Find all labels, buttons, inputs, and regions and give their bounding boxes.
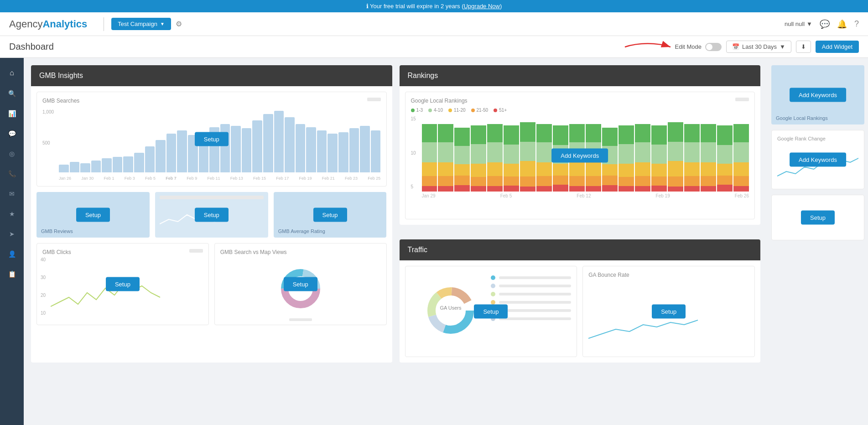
rp-rank-change-button[interactable]: Add Keywords: [790, 153, 846, 167]
x-label-feb25: Feb 25: [368, 176, 380, 181]
sidebar-item-home[interactable]: ⌂: [0, 62, 24, 83]
x-label-feb11: Feb 11: [207, 176, 220, 181]
y-label-500: 500: [42, 140, 59, 145]
ga-users-setup-button[interactable]: Setup: [474, 305, 508, 319]
ga-bounce-setup-button[interactable]: Setup: [652, 305, 686, 319]
sbar-6: [504, 125, 519, 192]
x-label-feb1: Feb 1: [104, 176, 114, 181]
legend-4-10: 4-10: [428, 108, 443, 113]
sidebar-item-favorites[interactable]: ★: [0, 204, 24, 224]
bar-28: [349, 128, 359, 172]
y-15: 15: [411, 116, 422, 121]
main-header: AgencyAnalytics Test Campaign ▼ ⚙ null n…: [0, 12, 868, 36]
sbar-4: [471, 125, 486, 192]
star-icon: ★: [9, 210, 15, 218]
y-30: 30: [41, 275, 46, 280]
y-label-1000: 1,000: [42, 109, 59, 114]
legend-dot-21-50: [471, 109, 475, 112]
rp-bottom-setup-button[interactable]: Setup: [801, 211, 835, 225]
date-range-label: Last 30 Days: [742, 43, 777, 50]
bar-7: [123, 156, 133, 173]
sub-header: Dashboard Edit Mode 📅 Last 30 Days ▼ ⬇ A…: [0, 36, 868, 58]
gmb-reviews-setup-button[interactable]: Setup: [76, 208, 110, 222]
gmb-avg-rating-setup-button[interactable]: Setup: [313, 208, 347, 222]
bar-1: [59, 165, 69, 172]
chat-icon[interactable]: 💬: [820, 19, 830, 29]
rp-bottom-setup-overlay: Setup: [801, 211, 835, 225]
bar-24: [306, 127, 316, 172]
add-keywords-button[interactable]: Add Keywords: [551, 149, 608, 163]
send-icon: ➤: [9, 230, 15, 238]
bar-3: [80, 163, 90, 172]
banner-text: Your free trial will expire in 2 years (: [370, 3, 463, 10]
rp-add-keywords-card: Google Local Rankings Add Keywords: [771, 65, 864, 124]
x-feb26: Feb 26: [735, 193, 749, 198]
gmb-clicks-title: GMB Clicks: [42, 249, 203, 255]
tl-dot-1: [491, 275, 495, 280]
gmb-search-map-setup-overlay: Setup: [284, 277, 317, 291]
logo-divider: [104, 17, 104, 31]
header-right: null null ▼ 💬 🔔 ?: [785, 19, 859, 29]
rankings-menu[interactable]: [735, 98, 749, 101]
rankings-section: Rankings Google Local Rankings 1-3: [400, 65, 761, 225]
help-icon[interactable]: ?: [854, 19, 859, 29]
sidebar-item-send[interactable]: ➤: [0, 224, 24, 244]
gmb-search-map-setup-button[interactable]: Setup: [284, 277, 317, 291]
sidebar-item-clipboard[interactable]: 📋: [0, 264, 24, 284]
tl-bar-6: [499, 317, 571, 320]
sidebar-item-mail[interactable]: ✉: [0, 184, 24, 204]
logo-agency: Agency: [9, 18, 42, 30]
rankings-body: Google Local Rankings 1-3 4-10: [400, 86, 761, 225]
rankings-header: Rankings: [400, 65, 761, 86]
gmb-middle-setup-button[interactable]: Setup: [195, 208, 229, 222]
sidebar-item-comments[interactable]: 💬: [0, 124, 24, 144]
rp-add-keywords-overlay: Add Keywords: [790, 88, 846, 102]
sbar-18: [701, 124, 716, 192]
sidebar: ⌂ 🔍 📊 💬 ◎ 📞 ✉ ★ ➤ 👤 📋: [0, 58, 24, 425]
x-labels: Jan 26 Jan 30 Feb 1 Feb 3 Feb 5 Feb 7 Fe…: [59, 174, 381, 181]
tl-item-1: [491, 275, 571, 280]
legend-label-4-10: 4-10: [434, 108, 443, 113]
chart-menu-icon[interactable]: [367, 98, 381, 101]
x-label-feb21: Feb 21: [322, 176, 335, 181]
user-menu[interactable]: null null ▼: [785, 21, 812, 27]
rp-rank-change-card: Google Rank Change Add Keywords: [771, 130, 864, 189]
edit-mode-toggle[interactable]: [705, 43, 722, 51]
sidebar-item-target[interactable]: ◎: [0, 144, 24, 164]
bar-23: [296, 124, 306, 173]
bell-icon[interactable]: 🔔: [837, 19, 847, 29]
bar-11: [166, 134, 177, 172]
rp-add-keywords-button[interactable]: Add Keywords: [790, 88, 846, 102]
legend-51plus: 51+: [494, 108, 507, 113]
gmb-searches-setup-overlay: Setup: [195, 132, 229, 146]
bar-30: [371, 130, 381, 172]
traffic-section: Traffic: [400, 239, 761, 363]
legend-label-51plus: 51+: [499, 108, 507, 113]
red-arrow-annotation: [620, 40, 675, 54]
comment-icon: 💬: [8, 130, 16, 137]
upgrade-link[interactable]: Upgrade Now: [463, 3, 500, 10]
ga-bounce-card: GA Bounce Rate Setup: [582, 266, 755, 357]
clicks-menu[interactable]: [189, 249, 203, 253]
add-widget-button[interactable]: Add Widget: [816, 41, 859, 53]
sbar-13: [619, 125, 634, 192]
date-range-button[interactable]: 📅 Last 30 Days ▼: [726, 41, 791, 53]
sidebar-item-search[interactable]: 🔍: [0, 83, 24, 104]
settings-gear-icon[interactable]: ⚙: [176, 20, 182, 28]
y-labels: 15 10 5: [411, 116, 422, 198]
sidebar-item-user[interactable]: 👤: [0, 244, 24, 264]
gmb-clicks-setup-button[interactable]: Setup: [106, 277, 140, 291]
gmb-searches-setup-button[interactable]: Setup: [195, 132, 229, 146]
phone-icon: 📞: [8, 170, 16, 177]
campaign-button[interactable]: Test Campaign ▼: [111, 18, 171, 30]
gmb-insights-section: GMB Insights GMB Searches 1,000 500: [31, 65, 392, 363]
bar-25: [317, 130, 327, 172]
x-label-feb19: Feb 19: [299, 176, 312, 181]
sidebar-item-analytics[interactable]: 📊: [0, 104, 24, 124]
bar-29: [360, 126, 370, 172]
tl-bar-1: [499, 276, 571, 279]
sbar-5: [487, 124, 503, 192]
sbar-2: [438, 124, 453, 192]
sidebar-item-phone[interactable]: 📞: [0, 164, 24, 184]
download-button[interactable]: ⬇: [796, 41, 811, 53]
